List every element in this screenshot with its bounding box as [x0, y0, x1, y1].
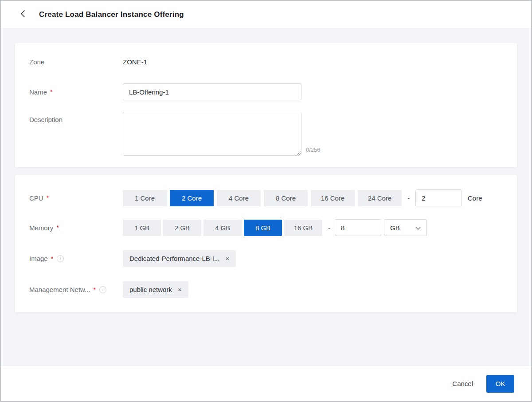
memory-row: Memory * 1 GB 2 GB 4 GB 8 GB 16 GB - GB: [29, 219, 503, 236]
memory-option-16gb[interactable]: 16 GB: [284, 220, 322, 236]
cancel-button[interactable]: Cancel: [452, 380, 473, 387]
spec-card: CPU * 1 Core 2 Core 4 Core 8 Core 16 Cor…: [15, 175, 517, 312]
memory-option-8gb[interactable]: 8 GB: [244, 220, 282, 236]
create-lb-offering-dialog: Create Load Balancer Instance Offering Z…: [0, 0, 532, 402]
memory-unit-value: GB: [390, 224, 400, 232]
management-network-label: Management Netw... * i: [29, 286, 123, 293]
dialog-header: Create Load Balancer Instance Offering: [1, 1, 531, 28]
required-mark: *: [46, 194, 49, 201]
cpu-option-24core[interactable]: 24 Core: [358, 190, 402, 206]
ok-button[interactable]: OK: [486, 375, 514, 393]
remove-image-icon[interactable]: ×: [225, 255, 229, 262]
back-button[interactable]: [20, 9, 31, 20]
required-mark: *: [56, 224, 59, 231]
cpu-options: 1 Core 2 Core 4 Core 8 Core 16 Core 24 C…: [123, 189, 482, 206]
cpu-option-1core[interactable]: 1 Core: [123, 190, 167, 206]
cpu-option-8core[interactable]: 8 Core: [264, 190, 308, 206]
zone-value: ZONE-1: [123, 58, 147, 66]
memory-size-input[interactable]: [335, 219, 381, 236]
zone-row: Zone ZONE-1: [29, 58, 503, 66]
chevron-down-icon: [415, 224, 421, 232]
info-icon[interactable]: i: [57, 255, 64, 262]
page-title: Create Load Balancer Instance Offering: [39, 10, 184, 19]
dialog-footer: Cancel OK: [1, 366, 531, 401]
management-network-tag: public network ×: [123, 281, 188, 298]
chevron-left-icon: [20, 10, 25, 19]
image-tag-text: Dedicated-Performance-LB-I...: [129, 255, 219, 262]
memory-options: 1 GB 2 GB 4 GB 8 GB 16 GB - GB: [123, 219, 427, 236]
cpu-option-16core[interactable]: 16 Core: [311, 190, 355, 206]
description-label: Description: [29, 112, 123, 123]
required-mark: *: [51, 255, 53, 262]
cpu-option-4core[interactable]: 4 Core: [217, 190, 261, 206]
cpu-unit-label: Core: [468, 194, 482, 202]
cpu-option-2core[interactable]: 2 Core: [170, 190, 214, 206]
image-row: Image * i Dedicated-Performance-LB-I... …: [29, 250, 503, 267]
management-network-tag-text: public network: [129, 286, 172, 293]
remove-network-icon[interactable]: ×: [178, 286, 182, 293]
description-textarea[interactable]: [123, 112, 301, 156]
required-mark: *: [93, 286, 96, 293]
char-counter: 0/256: [306, 146, 321, 156]
name-row: Name *: [29, 83, 503, 100]
cpu-count-input[interactable]: [415, 189, 462, 206]
dialog-body: Zone ZONE-1 Name * Description 0/256: [1, 28, 531, 366]
cpu-range-separator: -: [407, 194, 410, 202]
memory-label: Memory *: [29, 224, 123, 232]
memory-range-separator: -: [328, 224, 330, 232]
zone-label: Zone: [29, 58, 123, 66]
name-input[interactable]: [123, 83, 301, 100]
cpu-label: CPU *: [29, 194, 123, 202]
name-label: Name *: [29, 88, 123, 96]
info-icon[interactable]: i: [99, 286, 106, 293]
memory-option-1gb[interactable]: 1 GB: [123, 220, 161, 236]
required-mark: *: [50, 88, 52, 95]
cpu-row: CPU * 1 Core 2 Core 4 Core 8 Core 16 Cor…: [29, 189, 503, 206]
memory-unit-select[interactable]: GB: [384, 219, 427, 236]
management-network-row: Management Netw... * i public network ×: [29, 281, 503, 298]
description-field-wrap: 0/256: [123, 112, 321, 156]
image-label: Image * i: [29, 255, 123, 262]
memory-option-2gb[interactable]: 2 GB: [163, 220, 201, 236]
description-row: Description 0/256: [29, 112, 503, 156]
memory-option-4gb[interactable]: 4 GB: [203, 220, 242, 236]
basic-info-card: Zone ZONE-1 Name * Description 0/256: [15, 43, 517, 167]
image-tag: Dedicated-Performance-LB-I... ×: [123, 250, 236, 267]
